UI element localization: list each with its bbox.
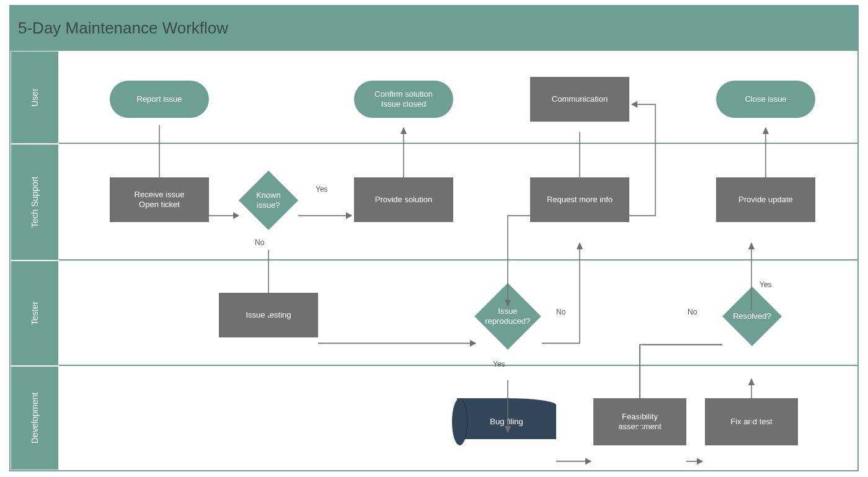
diagram-title: 5-Day Maintenance Workflow [11, 6, 857, 51]
diagram-frame: 5-Day Maintenance Workflow User Tech Sup… [9, 5, 859, 471]
lane-header-tech-support: Tech Support [11, 144, 59, 261]
node-provide-solution[interactable]: Provide solution [354, 177, 453, 222]
node-close-issue[interactable]: Close issue [716, 81, 815, 118]
node-receive-issue[interactable]: Receive issue Open ticket [110, 177, 209, 222]
node-request-info[interactable]: Request more info [530, 177, 629, 222]
edge-label-resolved-no: No [688, 308, 697, 316]
edge-label-repro-no: No [556, 308, 565, 316]
node-known-issue-label: Known issue? [247, 190, 290, 211]
edge-label-resolved-yes: Yes [760, 280, 772, 289]
lane-header-development: Development [11, 366, 59, 470]
edge-label-repro-yes: Yes [493, 360, 505, 368]
lane-header-user: User [11, 51, 59, 144]
node-bug-filing[interactable]: Bug filing [457, 398, 556, 445]
node-resolved-label: Resolved? [731, 311, 773, 321]
node-feasibility[interactable]: Feasibility assessment [593, 398, 686, 445]
node-issue-reproduced-label: Issue reproduced? [484, 306, 531, 327]
node-report-issue[interactable]: Report issue [110, 81, 209, 118]
edge-label-known-yes: Yes [316, 185, 328, 194]
node-fix-test[interactable]: Fix and test [705, 398, 798, 445]
node-bug-filing-label: Bug filing [457, 398, 556, 445]
node-confirm-close[interactable]: Confirm solution Issue closed [354, 81, 453, 118]
swimlanes: User Tech Support Tester Development Rep… [11, 51, 857, 470]
node-communication[interactable]: Communication [530, 77, 629, 122]
edge-label-known-no: No [255, 238, 264, 247]
node-issue-testing[interactable]: Issue testing [219, 293, 318, 337]
lane-header-tester: Tester [11, 261, 59, 366]
node-provide-update[interactable]: Provide update [716, 177, 815, 222]
